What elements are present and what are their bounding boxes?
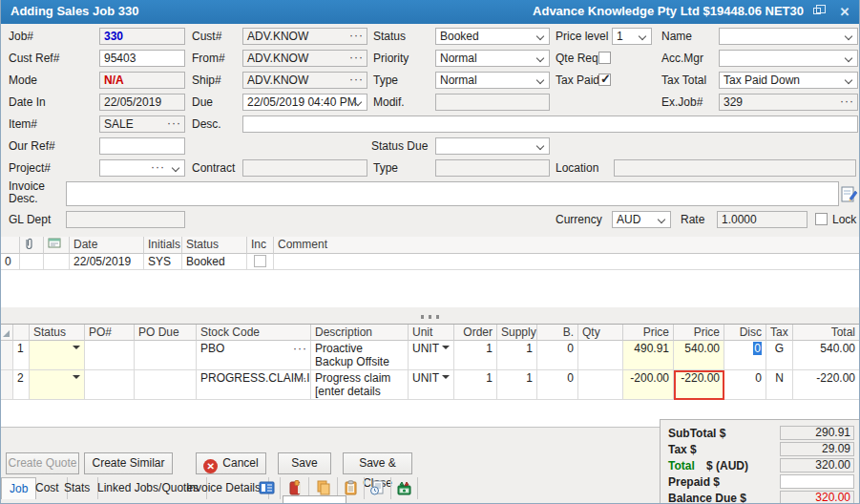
qte-req-checkbox[interactable]	[598, 52, 611, 64]
stock-header-po-due[interactable]: PO Due	[135, 325, 197, 341]
stock-cell-tax[interactable]: N	[766, 370, 793, 400]
ellipsis-icon[interactable]	[293, 342, 307, 356]
tax-paid-checkbox[interactable]	[598, 74, 611, 86]
stock-header-stock-code[interactable]: Stock Code	[197, 325, 311, 341]
item-field[interactable]: SALE	[99, 116, 185, 133]
restore-button[interactable]	[806, 3, 830, 21]
stock-cell-bord[interactable]: 0	[537, 370, 578, 400]
stock-header-description[interactable]: Description	[311, 325, 409, 341]
stock-cell-status[interactable]	[30, 370, 85, 400]
stock-row-marker[interactable]	[1, 370, 13, 400]
stock-cell-price-ex[interactable]: -200.00	[623, 370, 674, 400]
create-quote-button[interactable]: Create Quote	[6, 452, 79, 474]
grid-splitter[interactable]	[1, 307, 860, 325]
name-select[interactable]	[719, 28, 858, 45]
comment-cell-comment[interactable]	[274, 254, 860, 270]
ex-job-field[interactable]: 329	[719, 94, 858, 111]
stock-cell-disc[interactable]: 0	[724, 341, 766, 370]
stock-header-total[interactable]: Total	[793, 325, 860, 341]
ellipsis-icon[interactable]	[349, 73, 364, 87]
stock-cell-po-due[interactable]	[135, 341, 197, 370]
stock-header-supply[interactable]: Supply	[497, 325, 537, 341]
tax-total-select[interactable]: Tax Paid Down	[719, 72, 858, 89]
stock-cell-bord[interactable]: 0	[537, 341, 578, 370]
status-select[interactable]: Booked	[435, 28, 550, 45]
priority-select[interactable]: Normal	[435, 50, 550, 67]
cancel-button[interactable]: Cancel	[196, 452, 266, 474]
ellipsis-icon[interactable]	[349, 51, 364, 65]
stock-cell-order[interactable]: 1	[454, 341, 497, 370]
stock-cell-unit[interactable]: UNIT	[409, 341, 454, 370]
stock-cell-tax[interactable]: G	[766, 341, 793, 370]
stock-header-disc[interactable]: Disc %	[724, 325, 766, 341]
prepaid-value[interactable]	[780, 474, 854, 489]
stock-cell-disc[interactable]: 0	[724, 370, 766, 400]
stock-cell-price-inc[interactable]: 540.00	[674, 341, 724, 370]
comment-cell-inc[interactable]	[247, 254, 274, 270]
stock-header-po[interactable]: PO#	[85, 325, 135, 341]
comment-cell-attachment[interactable]	[20, 254, 44, 270]
stock-header-tax[interactable]: Tax	[766, 325, 793, 341]
comments-header-status[interactable]: Status	[182, 237, 247, 254]
stock-cell-po[interactable]	[85, 341, 135, 370]
stock-header-unit[interactable]: Unit	[409, 325, 454, 341]
comment-cell-initials[interactable]: SYS	[144, 254, 182, 270]
comment-cell-date[interactable]: 22/05/2019	[70, 254, 144, 270]
comments-header-attachment[interactable]	[20, 237, 44, 254]
stock-header-bord[interactable]: B. Ord	[537, 325, 578, 341]
from-field[interactable]: ADV.KNOW	[242, 50, 367, 67]
stock-header-qty-pick[interactable]: Qty Pick	[578, 325, 623, 341]
comments-header-note[interactable]	[44, 237, 70, 254]
comment-cell-status[interactable]: Booked	[182, 254, 247, 270]
stock-cell-total[interactable]: 540.00	[793, 341, 860, 370]
stock-cell-qty-pick[interactable]	[578, 341, 623, 370]
stock-header-order[interactable]: Order	[454, 325, 497, 341]
acc-mgr-select[interactable]	[719, 50, 858, 67]
ellipsis-icon[interactable]	[840, 94, 854, 109]
cust-ref-field[interactable]: 95403	[99, 50, 185, 67]
ellipsis-icon[interactable]	[293, 371, 307, 386]
stock-cell-supply[interactable]: 1	[497, 370, 537, 400]
stock-cell-supply[interactable]: 1	[497, 341, 537, 370]
comments-header-inc[interactable]: Inc	[247, 237, 274, 254]
stock-cell-price-ex[interactable]: 490.91	[623, 341, 674, 370]
ellipsis-icon[interactable]	[167, 116, 181, 131]
comments-header-initials[interactable]: Initials	[144, 237, 182, 254]
save-button[interactable]: Save	[278, 452, 331, 474]
status-due-select[interactable]	[435, 137, 550, 155]
save-close-button[interactable]: Save & Close	[343, 452, 412, 474]
gift-money-icon[interactable]	[390, 477, 418, 499]
stock-header-price-inc[interactable]: Price Inc.	[674, 325, 724, 341]
ship-field[interactable]: ADV.KNOW	[242, 72, 367, 89]
stock-cell-price-inc-focused[interactable]: -220.00	[674, 370, 724, 400]
stock-cell-description[interactable]: Progress claim [enter details here]	[311, 370, 409, 400]
comments-header-comment[interactable]: Comment	[274, 237, 860, 254]
create-similar-button[interactable]: Create Similar	[84, 452, 173, 474]
stock-cell-description[interactable]: Proactive Backup Offsite	[311, 341, 409, 370]
lock-rate-checkbox[interactable]	[815, 213, 828, 225]
stock-row-marker[interactable]	[1, 341, 13, 370]
cust-field[interactable]: ADV.KNOW	[242, 28, 367, 45]
stock-header-status[interactable]: Status	[30, 325, 85, 341]
project-select[interactable]	[99, 159, 185, 177]
stock-cell-order[interactable]: 1	[454, 370, 497, 400]
ellipsis-icon[interactable]	[349, 29, 364, 43]
clock-document-icon[interactable]	[364, 477, 391, 499]
edit-note-icon[interactable]	[840, 185, 860, 205]
stock-header-price-ex[interactable]: Price Ex.	[623, 325, 674, 341]
type-select[interactable]: Normal	[435, 72, 550, 89]
stock-cell-qty-pick[interactable]	[578, 370, 623, 400]
comment-cell-note[interactable]	[44, 254, 70, 270]
close-button[interactable]: ✕	[832, 3, 857, 21]
report-icon[interactable]	[253, 477, 281, 499]
stock-cell-stock-code[interactable]: PROGRESS.CLAIM.I	[197, 370, 311, 400]
stock-cell-unit[interactable]: UNIT	[409, 370, 454, 400]
inc-checkbox[interactable]	[254, 255, 266, 267]
due-field[interactable]: 22/05/2019 04:40 PM	[242, 94, 367, 111]
stock-cell-total[interactable]: -220.00	[793, 370, 860, 400]
comments-header-date[interactable]: Date	[70, 237, 144, 254]
our-ref-field[interactable]	[99, 137, 185, 155]
stock-cell-stock-code[interactable]: PBO	[197, 341, 311, 370]
stock-header-corner[interactable]	[1, 325, 13, 341]
price-level-select[interactable]: 1	[612, 28, 652, 45]
